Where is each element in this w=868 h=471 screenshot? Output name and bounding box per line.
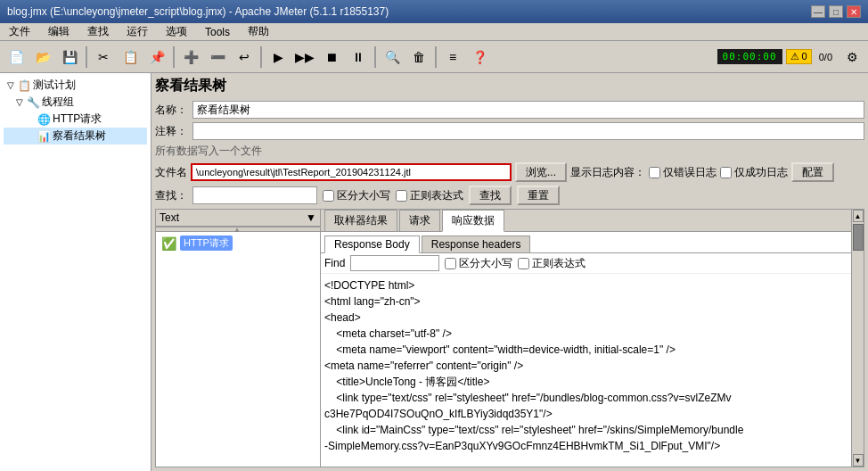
tree-icon-result-tree: 📊 [37, 130, 51, 143]
tab-request[interactable]: 请求 [399, 210, 440, 231]
toolbar-nav[interactable]: ↩ [232, 45, 257, 70]
file-path-input[interactable] [191, 163, 512, 181]
result-tree-item[interactable]: ✅ HTTP请求 [158, 234, 318, 252]
tree-toggle-test-plan[interactable]: ▽ [5, 80, 16, 90]
toolbar-copy[interactable]: 📋 [118, 45, 143, 70]
scroll-thumb[interactable] [853, 224, 864, 251]
success-log-checkbox-item: 仅成功日志 [720, 165, 788, 180]
sub-tab-response-body[interactable]: Response Body [324, 236, 420, 253]
toolbar: 📄 📂 💾 ✂ 📋 📌 ➕ ➖ ↩ ▶ ▶▶ ⏹ ⏸ 🔍 🗑 ≡ ❓ 00:00… [0, 41, 868, 73]
results-tree-column: Text ▼ ▲ ✅ HTTP请求 [156, 210, 321, 467]
case-sensitive-item: 区分大小写 [323, 188, 390, 203]
tree-label-http-request: HTTP请求 [53, 112, 102, 127]
maximize-button[interactable]: □ [829, 5, 843, 18]
menu-run[interactable]: 运行 [121, 23, 153, 40]
toolbar-new[interactable]: 📄 [4, 45, 29, 70]
close-button[interactable]: ✕ [847, 5, 861, 18]
toolbar-cut[interactable]: ✂ [91, 45, 116, 70]
tree-item-result-tree[interactable]: 📊 察看结果树 [4, 128, 147, 145]
toolbar-paste[interactable]: 📌 [144, 45, 169, 70]
success-log-label: 仅成功日志 [734, 165, 788, 180]
toolbar-clear[interactable]: 🗑 [406, 45, 431, 70]
toolbar-remove[interactable]: ➖ [205, 45, 230, 70]
error-log-checkbox[interactable] [649, 167, 660, 178]
content-line-3: <head> [324, 310, 848, 326]
sub-tabs: Response Body Response headers [321, 232, 851, 253]
toolbar-separator-2 [173, 46, 175, 68]
menu-edit[interactable]: 编辑 [43, 23, 75, 40]
tree-toggle-result-tree [25, 131, 36, 141]
find-regex-item: 正则表达式 [518, 256, 585, 271]
tree-label-result-tree: 察看结果树 [53, 128, 106, 144]
regex-label: 正则表达式 [410, 188, 463, 203]
menu-file[interactable]: 文件 [4, 23, 36, 40]
name-input[interactable] [192, 101, 864, 119]
success-status-icon: ✅ [161, 236, 176, 251]
comment-input[interactable] [192, 122, 864, 140]
find-case-item: 区分大小写 [445, 256, 512, 271]
comment-row: 注释： [155, 122, 864, 140]
component-title: 察看结果树 [155, 77, 864, 95]
content-area[interactable]: <!DOCTYPE html> <html lang="zh-cn"> <hea… [321, 274, 851, 467]
find-regex-checkbox[interactable] [518, 258, 529, 269]
regex-checkbox[interactable] [396, 190, 407, 202]
toolbar-separator-5 [435, 46, 437, 68]
toolbar-open[interactable]: 📂 [30, 45, 55, 70]
file-label: 文件名 [155, 165, 187, 180]
success-log-checkbox[interactable] [720, 167, 732, 178]
tree-label-test-plan: 测试计划 [33, 78, 76, 93]
name-row: 名称： [155, 101, 864, 119]
toolbar-start-no-pause[interactable]: ▶▶ [292, 45, 317, 70]
tree-item-thread-group[interactable]: ▽ 🔧 线程组 [4, 94, 147, 111]
tab-response-data[interactable]: 响应数据 [442, 210, 504, 232]
tab-sampler-result[interactable]: 取样器结果 [324, 210, 397, 231]
toolbar-save[interactable]: 💾 [57, 45, 82, 70]
scrollbar[interactable]: ▲ ▼ [851, 210, 864, 467]
content-line-4: <meta charset="utf-8" /> [324, 326, 848, 342]
find-label: Find [324, 257, 345, 269]
menu-help[interactable]: 帮助 [242, 23, 274, 40]
config-button[interactable]: 配置 [791, 162, 834, 182]
toolbar-list[interactable]: ≡ [440, 45, 465, 70]
menu-find[interactable]: 查找 [82, 23, 114, 40]
info-text: 所有数据写入一个文件 [155, 144, 864, 159]
menu-options[interactable]: 选项 [160, 23, 192, 40]
toolbar-add[interactable]: ➕ [178, 45, 203, 70]
toolbar-help[interactable]: ❓ [467, 45, 492, 70]
scroll-down-button[interactable]: ▼ [853, 454, 864, 467]
minimize-button[interactable]: — [811, 5, 825, 18]
tree-toggle-http-request [25, 114, 36, 124]
error-log-checkbox-item: 仅错误日志 [649, 165, 717, 180]
browse-button[interactable]: 浏览... [515, 162, 567, 182]
tree-item-http-request[interactable]: 🌐 HTTP请求 [4, 111, 147, 128]
toolbar-right: 00:00:00 ⚠ 0 0/0 ⚙ [717, 45, 864, 70]
warning-badge: ⚠ 0 [786, 49, 812, 64]
scroll-up-button[interactable]: ▲ [853, 210, 864, 222]
titlebar-title: blog.jmx (E:\uncleyong\jmeter_script\blo… [7, 5, 389, 18]
toolbar-start[interactable]: ▶ [266, 45, 291, 70]
result-item-label: HTTP请求 [180, 236, 233, 251]
tree-item-test-plan[interactable]: ▽ 📋 测试计划 [4, 77, 147, 94]
tree-icon-thread-group: 🔧 [27, 96, 40, 109]
content-line-6: <meta name="referrer" content="origin" /… [324, 358, 848, 374]
titlebar: blog.jmx (E:\uncleyong\jmeter_script\blo… [0, 0, 868, 23]
toolbar-search[interactable]: 🔍 [380, 45, 405, 70]
error-count: 0/0 [815, 51, 836, 63]
reset-button[interactable]: 重置 [517, 186, 560, 205]
case-sensitive-checkbox[interactable] [323, 190, 334, 202]
sub-tab-response-headers[interactable]: Response headers [422, 236, 531, 252]
find-case-checkbox[interactable] [445, 258, 456, 269]
toolbar-settings[interactable]: ⚙ [839, 45, 864, 70]
search-button[interactable]: 查找 [469, 186, 512, 205]
toolbar-stop[interactable]: ⏹ [319, 45, 344, 70]
results-tree-header-label: Text [160, 211, 179, 224]
timer-display: 00:00:00 [717, 49, 782, 64]
tree-toggle-thread-group[interactable]: ▽ [14, 97, 25, 107]
find-input[interactable] [350, 255, 439, 271]
toolbar-shutdown[interactable]: ⏸ [346, 45, 371, 70]
column-resize-handle[interactable]: ▼ [306, 211, 316, 224]
menu-tools[interactable]: Tools [200, 25, 235, 39]
search-input[interactable] [192, 186, 317, 204]
main-layout: ▽ 📋 测试计划 ▽ 🔧 线程组 🌐 HTTP请求 📊 察看结果树 察看结果树 … [0, 73, 868, 471]
comment-label: 注释： [155, 124, 187, 139]
